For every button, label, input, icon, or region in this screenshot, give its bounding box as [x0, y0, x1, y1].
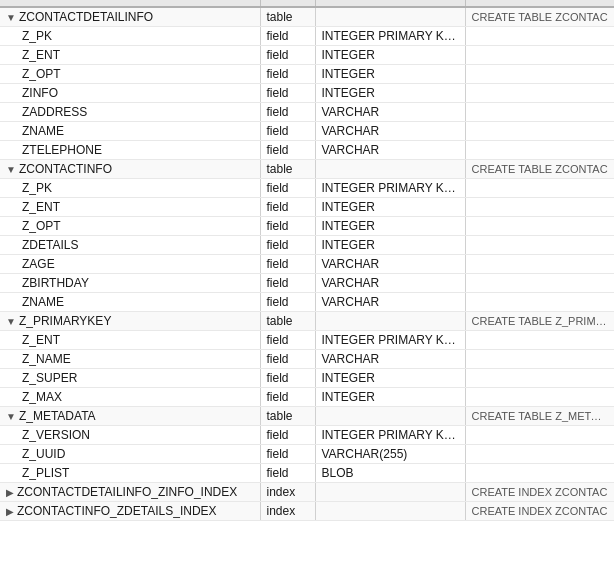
cell-type: INTEGER — [315, 198, 465, 217]
cell-name: ZBIRTHDAY — [0, 274, 260, 293]
cell-type: VARCHAR — [315, 255, 465, 274]
table-row[interactable]: Z_PKfieldINTEGER PRIMARY KEY — [0, 179, 614, 198]
schema-table: ▼ZCONTACTDETAILINFOtableCREATE TABLE ZCO… — [0, 0, 614, 521]
cell-schema — [465, 103, 614, 122]
cell-name: Z_PK — [0, 179, 260, 198]
cell-name: ZADDRESS — [0, 103, 260, 122]
table-row[interactable]: ZADDRESSfieldVARCHAR — [0, 103, 614, 122]
cell-schema — [465, 65, 614, 84]
cell-object: field — [260, 217, 315, 236]
expand-icon[interactable]: ▶ — [6, 506, 14, 517]
table-row[interactable]: ZTELEPHONEfieldVARCHAR — [0, 141, 614, 160]
table-row[interactable]: ZAGEfieldVARCHAR — [0, 255, 614, 274]
expand-icon[interactable]: ▶ — [6, 487, 14, 498]
cell-type: INTEGER PRIMARY KEY — [315, 426, 465, 445]
expand-icon[interactable]: ▼ — [6, 411, 16, 422]
cell-name: ZDETAILS — [0, 236, 260, 255]
cell-type: INTEGER — [315, 65, 465, 84]
cell-type: INTEGER PRIMARY KEY — [315, 331, 465, 350]
cell-schema — [465, 217, 614, 236]
cell-object: field — [260, 464, 315, 483]
table-row[interactable]: ZNAMEfieldVARCHAR — [0, 122, 614, 141]
cell-type: VARCHAR(255) — [315, 445, 465, 464]
table-row[interactable]: ▼ZCONTACTINFOtableCREATE TABLE ZCONTAC — [0, 160, 614, 179]
table-row[interactable]: ▶ZCONTACTDETAILINFO_ZINFO_INDEXindexCREA… — [0, 483, 614, 502]
table-row[interactable]: ▼Z_PRIMARYKEYtableCREATE TABLE Z_PRIMAR — [0, 312, 614, 331]
cell-type: BLOB — [315, 464, 465, 483]
table-row[interactable]: ▼Z_METADATAtableCREATE TABLE Z_METADA — [0, 407, 614, 426]
cell-object: field — [260, 103, 315, 122]
cell-object: field — [260, 141, 315, 160]
cell-schema — [465, 369, 614, 388]
cell-object: field — [260, 198, 315, 217]
cell-name: ▼ZCONTACTINFO — [0, 160, 260, 179]
header-schema[interactable] — [465, 0, 614, 7]
table-row[interactable]: Z_ENTfieldINTEGER — [0, 198, 614, 217]
cell-schema: CREATE TABLE ZCONTAC — [465, 7, 614, 27]
table-row[interactable]: Z_OPTfieldINTEGER — [0, 217, 614, 236]
table-row[interactable]: ▼ZCONTACTDETAILINFOtableCREATE TABLE ZCO… — [0, 7, 614, 27]
cell-type: INTEGER — [315, 388, 465, 407]
expand-icon[interactable]: ▼ — [6, 164, 16, 175]
cell-type — [315, 160, 465, 179]
table-row[interactable]: ZNAMEfieldVARCHAR — [0, 293, 614, 312]
table-row[interactable]: Z_UUIDfieldVARCHAR(255) — [0, 445, 614, 464]
cell-schema — [465, 236, 614, 255]
cell-schema — [465, 27, 614, 46]
cell-name: ZINFO — [0, 84, 260, 103]
cell-type: VARCHAR — [315, 122, 465, 141]
cell-schema — [465, 84, 614, 103]
cell-object: field — [260, 445, 315, 464]
table-row[interactable]: Z_SUPERfieldINTEGER — [0, 369, 614, 388]
cell-object: field — [260, 255, 315, 274]
header-type[interactable] — [315, 0, 465, 7]
cell-name: Z_VERSION — [0, 426, 260, 445]
cell-schema: CREATE TABLE Z_METADA — [465, 407, 614, 426]
table-row[interactable]: Z_MAXfieldINTEGER — [0, 388, 614, 407]
cell-object: table — [260, 7, 315, 27]
cell-type: VARCHAR — [315, 293, 465, 312]
cell-type — [315, 407, 465, 426]
cell-name: Z_OPT — [0, 65, 260, 84]
table-row[interactable]: Z_VERSIONfieldINTEGER PRIMARY KEY — [0, 426, 614, 445]
cell-schema: CREATE TABLE Z_PRIMAR — [465, 312, 614, 331]
cell-object: field — [260, 46, 315, 65]
cell-schema — [465, 445, 614, 464]
cell-schema: CREATE TABLE ZCONTAC — [465, 160, 614, 179]
cell-name: Z_PLIST — [0, 464, 260, 483]
header-object[interactable] — [260, 0, 315, 7]
cell-schema — [465, 179, 614, 198]
expand-icon[interactable]: ▼ — [6, 316, 16, 327]
cell-type: INTEGER PRIMARY KEY — [315, 179, 465, 198]
table-row[interactable]: Z_PKfieldINTEGER PRIMARY KEY — [0, 27, 614, 46]
cell-object: field — [260, 350, 315, 369]
cell-name: Z_NAME — [0, 350, 260, 369]
cell-object: field — [260, 179, 315, 198]
cell-object: field — [260, 293, 315, 312]
cell-name: ZTELEPHONE — [0, 141, 260, 160]
cell-object: field — [260, 426, 315, 445]
cell-name: Z_MAX — [0, 388, 260, 407]
table-row[interactable]: Z_PLISTfieldBLOB — [0, 464, 614, 483]
header-name[interactable] — [0, 0, 260, 7]
table-row[interactable]: ZBIRTHDAYfieldVARCHAR — [0, 274, 614, 293]
cell-type — [315, 502, 465, 521]
cell-object: field — [260, 27, 315, 46]
cell-object: field — [260, 369, 315, 388]
table-row[interactable]: Z_OPTfieldINTEGER — [0, 65, 614, 84]
cell-type — [315, 483, 465, 502]
table-row[interactable]: Z_NAMEfieldVARCHAR — [0, 350, 614, 369]
expand-icon[interactable]: ▼ — [6, 12, 16, 23]
cell-type: VARCHAR — [315, 141, 465, 160]
table-row[interactable]: Z_ENTfieldINTEGER — [0, 46, 614, 65]
cell-name: ▶ZCONTACTINFO_ZDETAILS_INDEX — [0, 502, 260, 521]
cell-object: field — [260, 331, 315, 350]
table-row[interactable]: Z_ENTfieldINTEGER PRIMARY KEY — [0, 331, 614, 350]
cell-name: ▼ZCONTACTDETAILINFO — [0, 7, 260, 27]
cell-object: field — [260, 388, 315, 407]
cell-type: INTEGER — [315, 236, 465, 255]
table-row[interactable]: ZINFOfieldINTEGER — [0, 84, 614, 103]
table-row[interactable]: ZDETAILSfieldINTEGER — [0, 236, 614, 255]
cell-schema — [465, 350, 614, 369]
table-row[interactable]: ▶ZCONTACTINFO_ZDETAILS_INDEXindexCREATE … — [0, 502, 614, 521]
